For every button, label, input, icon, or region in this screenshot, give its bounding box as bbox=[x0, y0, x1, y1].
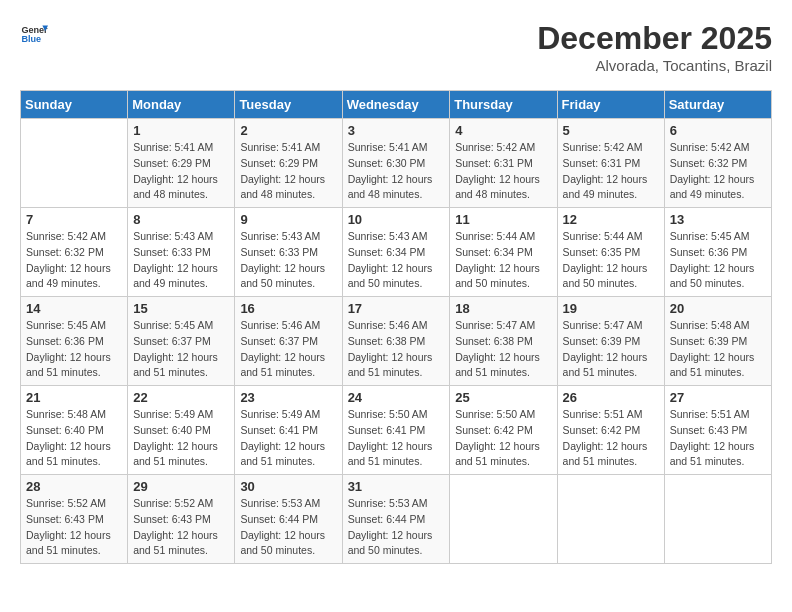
day-number: 23 bbox=[240, 390, 336, 405]
day-header-sunday: Sunday bbox=[21, 91, 128, 119]
calendar-cell bbox=[664, 475, 771, 564]
day-header-friday: Friday bbox=[557, 91, 664, 119]
calendar-body: 1Sunrise: 5:41 AM Sunset: 6:29 PM Daylig… bbox=[21, 119, 772, 564]
day-info: Sunrise: 5:42 AM Sunset: 6:32 PM Dayligh… bbox=[670, 140, 766, 203]
day-number: 10 bbox=[348, 212, 445, 227]
day-info: Sunrise: 5:42 AM Sunset: 6:31 PM Dayligh… bbox=[455, 140, 551, 203]
day-info: Sunrise: 5:43 AM Sunset: 6:34 PM Dayligh… bbox=[348, 229, 445, 292]
title-block: December 2025 Alvorada, Tocantins, Brazi… bbox=[537, 20, 772, 74]
calendar-week-5: 28Sunrise: 5:52 AM Sunset: 6:43 PM Dayli… bbox=[21, 475, 772, 564]
calendar-cell bbox=[21, 119, 128, 208]
calendar-cell: 28Sunrise: 5:52 AM Sunset: 6:43 PM Dayli… bbox=[21, 475, 128, 564]
day-info: Sunrise: 5:46 AM Sunset: 6:37 PM Dayligh… bbox=[240, 318, 336, 381]
day-number: 8 bbox=[133, 212, 229, 227]
calendar-cell: 15Sunrise: 5:45 AM Sunset: 6:37 PM Dayli… bbox=[128, 297, 235, 386]
calendar-cell: 7Sunrise: 5:42 AM Sunset: 6:32 PM Daylig… bbox=[21, 208, 128, 297]
day-number: 4 bbox=[455, 123, 551, 138]
day-info: Sunrise: 5:45 AM Sunset: 6:37 PM Dayligh… bbox=[133, 318, 229, 381]
calendar-cell: 16Sunrise: 5:46 AM Sunset: 6:37 PM Dayli… bbox=[235, 297, 342, 386]
day-number: 9 bbox=[240, 212, 336, 227]
day-info: Sunrise: 5:49 AM Sunset: 6:40 PM Dayligh… bbox=[133, 407, 229, 470]
calendar-cell: 1Sunrise: 5:41 AM Sunset: 6:29 PM Daylig… bbox=[128, 119, 235, 208]
day-header-monday: Monday bbox=[128, 91, 235, 119]
day-info: Sunrise: 5:53 AM Sunset: 6:44 PM Dayligh… bbox=[348, 496, 445, 559]
calendar-cell: 21Sunrise: 5:48 AM Sunset: 6:40 PM Dayli… bbox=[21, 386, 128, 475]
day-number: 26 bbox=[563, 390, 659, 405]
calendar-table: SundayMondayTuesdayWednesdayThursdayFrid… bbox=[20, 90, 772, 564]
calendar-cell: 23Sunrise: 5:49 AM Sunset: 6:41 PM Dayli… bbox=[235, 386, 342, 475]
calendar-cell bbox=[450, 475, 557, 564]
day-number: 31 bbox=[348, 479, 445, 494]
day-info: Sunrise: 5:41 AM Sunset: 6:30 PM Dayligh… bbox=[348, 140, 445, 203]
calendar-cell: 5Sunrise: 5:42 AM Sunset: 6:31 PM Daylig… bbox=[557, 119, 664, 208]
logo-icon: General Blue bbox=[20, 20, 48, 48]
month-title: December 2025 bbox=[537, 20, 772, 57]
day-number: 15 bbox=[133, 301, 229, 316]
logo: General Blue bbox=[20, 20, 48, 48]
calendar-week-3: 14Sunrise: 5:45 AM Sunset: 6:36 PM Dayli… bbox=[21, 297, 772, 386]
day-number: 14 bbox=[26, 301, 122, 316]
day-number: 28 bbox=[26, 479, 122, 494]
day-info: Sunrise: 5:50 AM Sunset: 6:42 PM Dayligh… bbox=[455, 407, 551, 470]
calendar-cell: 12Sunrise: 5:44 AM Sunset: 6:35 PM Dayli… bbox=[557, 208, 664, 297]
calendar-cell bbox=[557, 475, 664, 564]
calendar-cell: 30Sunrise: 5:53 AM Sunset: 6:44 PM Dayli… bbox=[235, 475, 342, 564]
day-number: 25 bbox=[455, 390, 551, 405]
day-number: 20 bbox=[670, 301, 766, 316]
calendar-header-row: SundayMondayTuesdayWednesdayThursdayFrid… bbox=[21, 91, 772, 119]
day-number: 19 bbox=[563, 301, 659, 316]
location-subtitle: Alvorada, Tocantins, Brazil bbox=[537, 57, 772, 74]
svg-text:Blue: Blue bbox=[21, 34, 41, 44]
day-info: Sunrise: 5:41 AM Sunset: 6:29 PM Dayligh… bbox=[240, 140, 336, 203]
calendar-cell: 3Sunrise: 5:41 AM Sunset: 6:30 PM Daylig… bbox=[342, 119, 450, 208]
calendar-week-1: 1Sunrise: 5:41 AM Sunset: 6:29 PM Daylig… bbox=[21, 119, 772, 208]
calendar-cell: 18Sunrise: 5:47 AM Sunset: 6:38 PM Dayli… bbox=[450, 297, 557, 386]
day-info: Sunrise: 5:51 AM Sunset: 6:43 PM Dayligh… bbox=[670, 407, 766, 470]
calendar-cell: 29Sunrise: 5:52 AM Sunset: 6:43 PM Dayli… bbox=[128, 475, 235, 564]
day-info: Sunrise: 5:48 AM Sunset: 6:39 PM Dayligh… bbox=[670, 318, 766, 381]
calendar-cell: 14Sunrise: 5:45 AM Sunset: 6:36 PM Dayli… bbox=[21, 297, 128, 386]
calendar-cell: 24Sunrise: 5:50 AM Sunset: 6:41 PM Dayli… bbox=[342, 386, 450, 475]
calendar-cell: 10Sunrise: 5:43 AM Sunset: 6:34 PM Dayli… bbox=[342, 208, 450, 297]
day-number: 30 bbox=[240, 479, 336, 494]
day-info: Sunrise: 5:44 AM Sunset: 6:35 PM Dayligh… bbox=[563, 229, 659, 292]
day-number: 27 bbox=[670, 390, 766, 405]
day-info: Sunrise: 5:41 AM Sunset: 6:29 PM Dayligh… bbox=[133, 140, 229, 203]
day-info: Sunrise: 5:47 AM Sunset: 6:38 PM Dayligh… bbox=[455, 318, 551, 381]
calendar-cell: 9Sunrise: 5:43 AM Sunset: 6:33 PM Daylig… bbox=[235, 208, 342, 297]
calendar-cell: 26Sunrise: 5:51 AM Sunset: 6:42 PM Dayli… bbox=[557, 386, 664, 475]
calendar-cell: 20Sunrise: 5:48 AM Sunset: 6:39 PM Dayli… bbox=[664, 297, 771, 386]
day-header-wednesday: Wednesday bbox=[342, 91, 450, 119]
day-number: 5 bbox=[563, 123, 659, 138]
day-number: 1 bbox=[133, 123, 229, 138]
calendar-cell: 22Sunrise: 5:49 AM Sunset: 6:40 PM Dayli… bbox=[128, 386, 235, 475]
calendar-cell: 27Sunrise: 5:51 AM Sunset: 6:43 PM Dayli… bbox=[664, 386, 771, 475]
calendar-cell: 19Sunrise: 5:47 AM Sunset: 6:39 PM Dayli… bbox=[557, 297, 664, 386]
day-number: 21 bbox=[26, 390, 122, 405]
day-info: Sunrise: 5:48 AM Sunset: 6:40 PM Dayligh… bbox=[26, 407, 122, 470]
day-number: 7 bbox=[26, 212, 122, 227]
calendar-cell: 2Sunrise: 5:41 AM Sunset: 6:29 PM Daylig… bbox=[235, 119, 342, 208]
day-header-tuesday: Tuesday bbox=[235, 91, 342, 119]
calendar-cell: 31Sunrise: 5:53 AM Sunset: 6:44 PM Dayli… bbox=[342, 475, 450, 564]
day-header-thursday: Thursday bbox=[450, 91, 557, 119]
day-number: 18 bbox=[455, 301, 551, 316]
day-number: 13 bbox=[670, 212, 766, 227]
day-info: Sunrise: 5:47 AM Sunset: 6:39 PM Dayligh… bbox=[563, 318, 659, 381]
day-info: Sunrise: 5:42 AM Sunset: 6:32 PM Dayligh… bbox=[26, 229, 122, 292]
day-number: 2 bbox=[240, 123, 336, 138]
day-number: 16 bbox=[240, 301, 336, 316]
day-number: 17 bbox=[348, 301, 445, 316]
day-info: Sunrise: 5:45 AM Sunset: 6:36 PM Dayligh… bbox=[670, 229, 766, 292]
day-number: 24 bbox=[348, 390, 445, 405]
calendar-week-2: 7Sunrise: 5:42 AM Sunset: 6:32 PM Daylig… bbox=[21, 208, 772, 297]
page-header: General Blue December 2025 Alvorada, Toc… bbox=[20, 20, 772, 74]
calendar-cell: 8Sunrise: 5:43 AM Sunset: 6:33 PM Daylig… bbox=[128, 208, 235, 297]
day-number: 22 bbox=[133, 390, 229, 405]
day-number: 6 bbox=[670, 123, 766, 138]
day-info: Sunrise: 5:51 AM Sunset: 6:42 PM Dayligh… bbox=[563, 407, 659, 470]
day-info: Sunrise: 5:50 AM Sunset: 6:41 PM Dayligh… bbox=[348, 407, 445, 470]
day-info: Sunrise: 5:42 AM Sunset: 6:31 PM Dayligh… bbox=[563, 140, 659, 203]
day-info: Sunrise: 5:46 AM Sunset: 6:38 PM Dayligh… bbox=[348, 318, 445, 381]
day-info: Sunrise: 5:44 AM Sunset: 6:34 PM Dayligh… bbox=[455, 229, 551, 292]
